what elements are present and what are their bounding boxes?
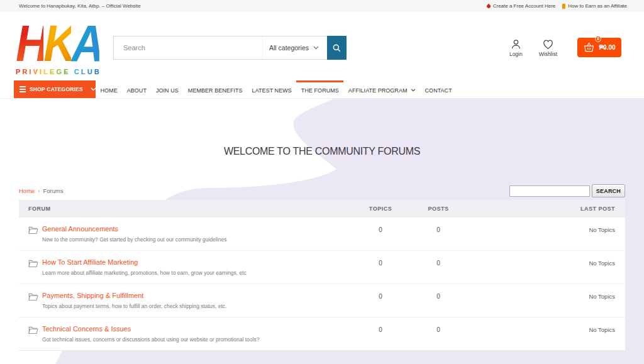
forum-row: Technical Concerns & Issues Got technica…	[19, 317, 625, 350]
header-forum: FORUM	[19, 206, 352, 212]
forum-title[interactable]: Technical Concerns & Issues	[42, 325, 259, 333]
topbar-links: Create a Free Account Here How to Earn a…	[487, 3, 627, 9]
wishlist-label: Wishlist	[539, 51, 557, 57]
cart-icon	[583, 42, 595, 53]
forum-title[interactable]: General Announcements	[42, 225, 226, 233]
breadcrumb-separator: ›	[38, 187, 40, 194]
breadcrumb: Home › Forums	[19, 187, 64, 194]
cart-count-badge: 0	[595, 36, 601, 42]
site-logo[interactable]: HKA PRIVILEGE CLUB	[16, 19, 110, 75]
header-last-post: LAST POST	[468, 206, 625, 212]
book-icon	[562, 4, 565, 9]
nav-items: HOME ABOUT JOIN US MEMBER BENEFITS LATES…	[96, 80, 457, 98]
wishlist-button[interactable]: Wishlist	[539, 38, 557, 57]
product-search: All categories	[113, 36, 347, 60]
forum-row: Payments, Shipping & Fulfillment Topics …	[19, 284, 625, 317]
menu-icon	[19, 86, 26, 92]
peso-sign-bars	[600, 46, 604, 47]
chevron-down-icon	[313, 46, 319, 50]
welcome-text: Welcome to Hanapbukay, Kita, Atbp. – Off…	[19, 3, 141, 9]
category-label: All categories	[269, 44, 309, 52]
nav-item-the-forums[interactable]: THE FORUMS	[296, 80, 343, 98]
folder-icon	[28, 292, 39, 301]
search-icon	[333, 44, 341, 52]
last-post: No Topics	[468, 284, 625, 317]
posts-count: 0	[409, 284, 468, 317]
how-to-earn-label: How to Earn as an Affiliate	[568, 3, 627, 9]
forum-search-button[interactable]: SEARCH	[592, 184, 625, 197]
nav-item-affiliate-program[interactable]: AFFILIATE PROGRAM	[343, 80, 420, 98]
chevron-down-icon	[411, 89, 416, 92]
shop-categories-label: SHOP CATEGORIES	[30, 86, 83, 92]
account-area: Login Wishlist 0 ₱0.00	[509, 38, 621, 57]
page-title: WELCOME TO THE COMMUNITY FORUMS	[0, 146, 644, 157]
flame-icon	[486, 3, 491, 8]
how-to-earn-link[interactable]: How to Earn as an Affiliate	[562, 3, 627, 9]
forum-row: How To Start Affiliate Marketing Learn m…	[19, 250, 625, 284]
last-post: No Topics	[468, 251, 625, 284]
main-content: WELCOME TO THE COMMUNITY FORUMS Home › F…	[0, 99, 644, 364]
header: HKA PRIVILEGE CLUB All categories Login	[0, 12, 644, 80]
posts-count: 0	[409, 218, 468, 250]
breadcrumb-home-link[interactable]: Home	[19, 187, 35, 194]
topics-count: 0	[352, 317, 409, 350]
create-account-label: Create a Free Account Here	[493, 3, 556, 9]
wishlist-icon	[542, 38, 554, 50]
nav-item-latest-news[interactable]: LATEST NEWS	[247, 80, 296, 98]
last-post: No Topics	[468, 317, 625, 350]
cart-button[interactable]: 0 ₱0.00	[577, 38, 621, 57]
forum-title[interactable]: How To Start Affiliate Marketing	[42, 258, 247, 266]
nav-item-home[interactable]: HOME	[96, 80, 122, 98]
nav-item-join-us[interactable]: JOIN US	[151, 80, 183, 98]
category-select[interactable]: All categories	[262, 36, 327, 59]
forum-search-input[interactable]	[509, 185, 590, 197]
header-topics: TOPICS	[352, 206, 409, 212]
search-input[interactable]	[114, 36, 262, 59]
folder-icon	[28, 259, 39, 268]
folder-icon	[28, 326, 39, 334]
main-nav: SHOP CATEGORIES HOME ABOUT JOIN US MEMBE…	[0, 80, 644, 99]
topics-count: 0	[352, 251, 409, 284]
forum-description: New to the community? Get started by che…	[42, 236, 226, 243]
forum-description: Got technical issues, concerns or discus…	[42, 336, 259, 343]
create-account-link[interactable]: Create a Free Account Here	[487, 3, 556, 9]
topbar: Welcome to Hanapbukay, Kita, Atbp. – Off…	[0, 0, 644, 12]
breadcrumb-current: Forums	[43, 187, 64, 194]
folder-icon	[28, 226, 39, 234]
nav-item-about[interactable]: ABOUT	[122, 80, 151, 98]
page: Welcome to Hanapbukay, Kita, Atbp. – Off…	[0, 0, 644, 364]
login-icon	[510, 38, 522, 50]
header-posts: POSTS	[409, 206, 468, 212]
login-button[interactable]: Login	[509, 38, 523, 57]
forum-row: General Announcements New to the communi…	[19, 217, 625, 250]
forum-description: Learn more about affiliate marketing, pr…	[42, 270, 247, 276]
nav-item-contact[interactable]: CONTACT	[420, 80, 457, 98]
forum-table-header: FORUM TOPICS POSTS LAST POST	[19, 200, 625, 217]
forum-search: SEARCH	[509, 184, 625, 197]
last-post: No Topics	[468, 218, 625, 250]
forum-description: Topics about payment terms, how to fulfi…	[42, 303, 226, 309]
topics-count: 0	[352, 218, 409, 250]
search-box: All categories	[113, 36, 327, 60]
posts-count: 0	[409, 317, 468, 350]
forum-title[interactable]: Payments, Shipping & Fulfillment	[42, 292, 226, 299]
forum-table: FORUM TOPICS POSTS LAST POST General Ann…	[19, 200, 625, 351]
shop-categories-button[interactable]: SHOP CATEGORIES	[14, 80, 96, 98]
nav-item-member-benefits[interactable]: MEMBER BENEFITS	[183, 80, 247, 98]
logo-word: HKA	[16, 19, 99, 67]
login-label: Login	[509, 51, 523, 57]
search-button[interactable]	[327, 36, 347, 60]
posts-count: 0	[409, 251, 468, 284]
topics-count: 0	[352, 284, 409, 317]
